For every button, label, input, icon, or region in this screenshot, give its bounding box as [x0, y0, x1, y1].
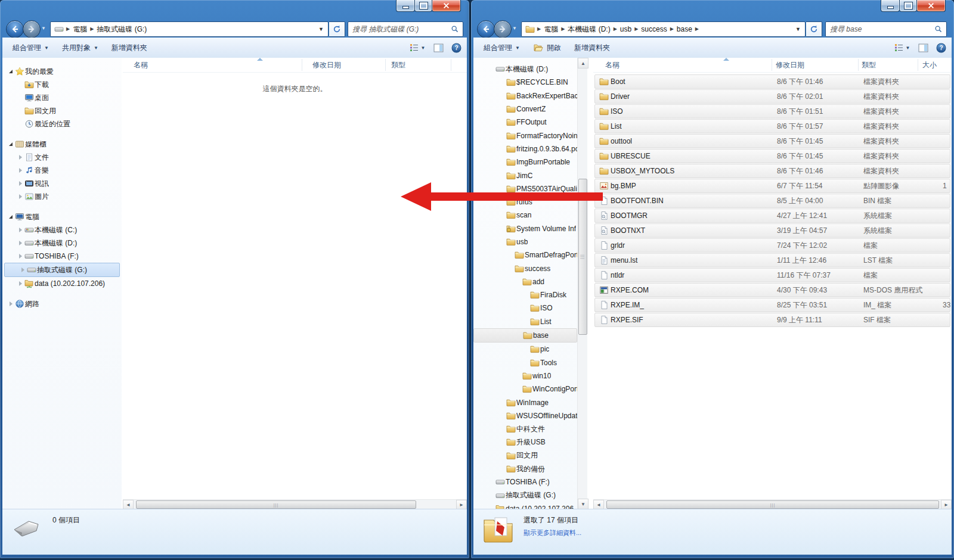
search-box[interactable]: 搜尋 base	[825, 21, 947, 37]
breadcrumb-segment[interactable]: usb	[618, 25, 634, 33]
sidebar-item[interactable]: 圖片	[2, 190, 122, 203]
history-dropdown-icon[interactable]: ▼	[512, 26, 517, 31]
expand-arrow-icon[interactable]	[7, 301, 14, 306]
breadcrumb-segment[interactable]: 抽取式磁碟 (G:)	[94, 24, 149, 35]
tree-item[interactable]: add	[473, 275, 577, 288]
tree-item[interactable]: WSUSOfflineUpdat	[473, 409, 577, 422]
change-view-button[interactable]: ▼	[407, 41, 428, 54]
column-header-2[interactable]: 類型	[391, 60, 405, 70]
new-folder-button[interactable]: 新增資料夾	[568, 41, 617, 55]
tree-item[interactable]: 升級USB	[473, 435, 577, 449]
file-row[interactable]: UBRESCUE8/6 下午 01:45檔案資料夾	[594, 149, 950, 163]
help-button[interactable]: ?	[934, 41, 948, 54]
expand-arrow-icon[interactable]	[17, 228, 24, 232]
tree-item[interactable]: success	[473, 262, 577, 275]
expand-arrow-icon[interactable]	[19, 267, 26, 272]
tree-item[interactable]: WinImage	[473, 396, 577, 409]
sidebar-item[interactable]: 本機磁碟 (C:)	[2, 223, 122, 237]
show-more-details-link[interactable]: 顯示更多詳細資料...	[524, 528, 581, 537]
scroll-up-icon[interactable]: ▲	[578, 58, 588, 69]
tree-item[interactable]: win10	[473, 369, 577, 382]
file-row[interactable]: BOOTFONT.BIN8/5 上午 04:00BIN 檔案	[594, 194, 950, 208]
file-row[interactable]: grldr7/24 下午 12:02檔案	[594, 238, 950, 253]
collapse-arrow-icon[interactable]	[7, 142, 14, 146]
back-button[interactable]	[477, 20, 495, 38]
sidebar-item[interactable]: 抽取式磁碟 (G:)	[4, 263, 120, 277]
expand-arrow-icon[interactable]	[17, 241, 24, 245]
search-icon[interactable]	[934, 25, 946, 33]
file-row[interactable]: ISO8/6 下午 01:51檔案資料夾	[594, 104, 950, 119]
tree-item[interactable]: WinContigPortabl	[473, 382, 577, 396]
column-header-1[interactable]: 修改日期	[312, 60, 341, 70]
tree-item[interactable]: FormatFactoryNoin	[473, 129, 577, 142]
scroll-right-icon[interactable]: ►	[941, 500, 952, 509]
sidebar-group-我的最愛[interactable]: 我的最愛	[2, 65, 122, 78]
tree-item[interactable]: JimC	[473, 169, 577, 182]
tree-item[interactable]: ConvertZ	[473, 102, 577, 116]
scroll-left-icon[interactable]: ◄	[593, 500, 604, 509]
sidebar-group-電腦[interactable]: 電腦	[2, 210, 122, 223]
expand-arrow-icon[interactable]	[17, 168, 24, 173]
column-header-0[interactable]: 名稱	[134, 60, 148, 70]
file-row[interactable]: BOOTMGR4/27 上午 12:41系統檔案	[594, 209, 950, 223]
minimize-button[interactable]	[881, 0, 900, 12]
expand-arrow-icon[interactable]	[17, 254, 24, 259]
file-row[interactable]: List8/6 下午 01:57檔案資料夾	[594, 119, 950, 133]
history-dropdown-icon[interactable]: ▼	[41, 26, 46, 31]
address-dropdown-icon[interactable]: ▼	[791, 26, 805, 32]
file-row[interactable]: bg.BMP6/7 下午 11:54點陣圖影像1	[594, 179, 950, 193]
tree-item[interactable]: TOSHIBA (F:)	[473, 475, 577, 489]
scrollbar-thumb[interactable]: |||	[136, 500, 416, 509]
column-separator[interactable]	[385, 59, 386, 71]
tree-item[interactable]: FiraDisk	[473, 288, 577, 301]
collapse-arrow-icon[interactable]	[7, 215, 14, 219]
tree-item[interactable]: usb	[473, 235, 577, 248]
breadcrumb-segment[interactable]: 電腦	[70, 24, 89, 35]
maximize-button[interactable]	[414, 0, 432, 12]
collapse-arrow-icon[interactable]	[7, 70, 14, 73]
tree-item[interactable]: FFOutput	[473, 116, 577, 129]
tree-item[interactable]: 抽取式磁碟 (G:)	[473, 489, 577, 502]
organize-menu[interactable]: 組合管理▼	[477, 41, 526, 55]
expand-arrow-icon[interactable]	[17, 181, 24, 186]
titlebar-right[interactable]	[471, 0, 954, 20]
file-row[interactable]: menu.lst1/11 上午 12:46LST 檔案	[594, 253, 950, 267]
sidebar-item[interactable]: 回文用	[2, 104, 122, 117]
sidebar-group-網路[interactable]: 網路	[2, 297, 122, 310]
expand-arrow-icon[interactable]	[17, 194, 24, 199]
sidebar-item[interactable]: TOSHIBA (F:)	[2, 250, 122, 263]
sidebar-item[interactable]: 最近的位置	[2, 117, 122, 130]
tree-scrollbar[interactable]: ▲ ▼ |||	[577, 58, 587, 509]
file-row[interactable]: RXPE.IM_8/25 下午 03:51IM_ 檔案33	[594, 298, 950, 312]
tree-item[interactable]: 回文用	[473, 449, 577, 462]
tree-item[interactable]: ISO	[473, 301, 577, 315]
tree-item[interactable]: fritzing.0.9.3b.64.pc	[473, 142, 577, 155]
file-row[interactable]: Boot8/6 下午 01:46檔案資料夾	[594, 74, 950, 89]
tree-item[interactable]: Tools	[473, 356, 577, 369]
sidebar-item[interactable]: 音樂	[2, 164, 122, 177]
tree-item[interactable]: 我的備份	[473, 462, 577, 475]
horizontal-scrollbar[interactable]: ◄ ► |||	[593, 499, 952, 509]
column-header-0[interactable]: 名稱	[605, 60, 620, 70]
expand-arrow-icon[interactable]	[17, 281, 24, 286]
file-row[interactable]: ntldr11/16 下午 07:37檔案	[594, 268, 950, 282]
maximize-button[interactable]	[899, 0, 917, 12]
column-separator[interactable]	[918, 59, 918, 71]
tree-item[interactable]: pic	[473, 343, 577, 356]
breadcrumb-segment[interactable]: success	[639, 25, 669, 33]
tree-item[interactable]: ImgBurnPortable	[473, 155, 577, 169]
preview-pane-button[interactable]	[916, 41, 930, 54]
change-view-button[interactable]: ▼	[892, 41, 912, 54]
organize-menu[interactable]: 組合管理▼	[6, 41, 55, 55]
column-header-1[interactable]: 修改日期	[776, 60, 804, 70]
forward-button[interactable]	[494, 20, 512, 38]
refresh-button[interactable]	[329, 21, 345, 37]
share-menu[interactable]: 共用對象▼	[55, 41, 105, 55]
scroll-down-icon[interactable]: ▼	[578, 499, 588, 509]
breadcrumb-segment[interactable]: 本機磁碟 (D:)	[565, 24, 612, 35]
tree-item[interactable]: scan	[473, 209, 577, 222]
address-bar[interactable]: ▶電腦▶抽取式磁碟 (G:) ▼	[50, 21, 329, 37]
tree-item[interactable]: $RECYCLE.BIN	[473, 76, 577, 89]
titlebar-left[interactable]	[0, 0, 469, 20]
forward-button[interactable]	[23, 20, 41, 38]
